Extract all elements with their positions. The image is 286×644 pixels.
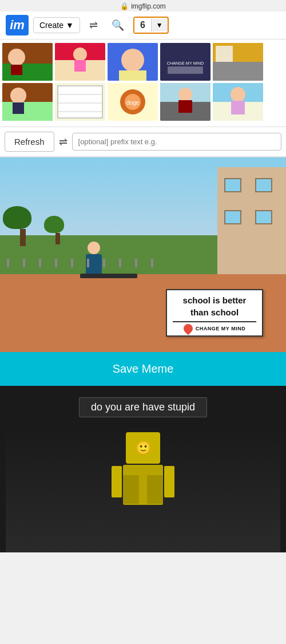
- roblox-figure-area: 🙂: [6, 426, 280, 552]
- roblox-leg-left: [123, 475, 139, 504]
- tree-left: [14, 206, 31, 246]
- prefix-input[interactable]: [72, 133, 281, 151]
- person-figure: [86, 242, 102, 274]
- change-my-mind-footer: CHANGE MY MIND: [173, 321, 256, 333]
- tree-trunk-mid: [55, 233, 60, 244]
- list-item[interactable]: [2, 43, 53, 81]
- roblox-leg-right: [147, 475, 163, 504]
- list-item[interactable]: [160, 83, 210, 121]
- fence: [0, 259, 286, 267]
- list-item[interactable]: [2, 83, 53, 121]
- fence-post: [119, 259, 121, 267]
- svg-rect-7: [74, 60, 86, 72]
- roblox-body: [123, 465, 163, 505]
- svg-rect-16: [216, 46, 233, 62]
- fence-post: [103, 259, 105, 267]
- tree-mid: [51, 216, 64, 244]
- roblox-arm-left: [112, 466, 122, 497]
- svg-point-36: [231, 87, 245, 102]
- create-button[interactable]: Create ▼: [33, 17, 80, 33]
- svg-rect-13: [168, 66, 203, 74]
- svg-rect-15: [213, 62, 263, 81]
- sign-text: school is better than school: [173, 295, 256, 318]
- tree-canopy-mid: [44, 216, 64, 233]
- notification-box[interactable]: 6 ▼: [133, 17, 169, 34]
- svg-point-2: [8, 49, 25, 66]
- fence-post: [151, 259, 153, 267]
- meme-sign: school is better than school CHANGE MY M…: [166, 289, 263, 337]
- svg-rect-1: [2, 64, 53, 81]
- building-window-2: [255, 178, 272, 192]
- svg-point-9: [121, 49, 144, 72]
- fence-post: [39, 259, 41, 267]
- svg-text:doge: doge: [126, 100, 140, 106]
- toolbar: Refresh ⇌: [0, 127, 286, 157]
- refresh-button[interactable]: Refresh: [5, 132, 54, 152]
- bottom-meme-text: do you are have stupid: [91, 401, 195, 413]
- svg-text:CHANGE MY MIND: CHANGE MY MIND: [167, 61, 204, 66]
- fence-post: [7, 259, 9, 267]
- create-label: Create: [39, 21, 63, 30]
- change-my-mind-text: CHANGE MY MIND: [196, 326, 245, 331]
- tree-trunk: [20, 229, 26, 246]
- logo-text: im: [10, 18, 25, 33]
- svg-rect-20: [13, 102, 24, 114]
- lock-icon: 🔒: [120, 2, 129, 10]
- roblox-figure: 🙂: [123, 432, 163, 505]
- svg-point-19: [10, 88, 26, 104]
- create-dropdown-arrow: ▼: [66, 21, 74, 30]
- meme-template-grid: CHANGE MY MIND: [0, 39, 286, 127]
- shuffle-nav-button[interactable]: ⇌: [85, 17, 102, 34]
- desk-top: [80, 274, 137, 278]
- meme-canvas: school is better than school CHANGE MY M…: [0, 157, 286, 352]
- meme-row-2: doge: [2, 83, 284, 121]
- shuffle-toolbar-button[interactable]: ⇌: [59, 136, 67, 148]
- list-item[interactable]: [213, 43, 263, 81]
- roblox-body-wrapper: [123, 464, 163, 505]
- svg-rect-22: [58, 86, 102, 118]
- notification-count: 6: [134, 18, 151, 33]
- list-item[interactable]: [108, 43, 158, 81]
- meme-row-1: CHANGE MY MIND: [2, 43, 284, 81]
- svg-rect-10: [119, 70, 146, 81]
- building-window-4: [255, 210, 272, 224]
- fence-post: [87, 259, 89, 267]
- svg-point-32: [178, 88, 192, 101]
- building-window-3: [224, 210, 241, 224]
- status-bar: 🔒 imgflip.com: [0, 0, 286, 11]
- desk: [80, 274, 137, 278]
- svg-rect-33: [178, 100, 192, 113]
- fence-post: [135, 259, 137, 267]
- url-text: imgflip.com: [131, 2, 166, 10]
- imgflip-logo[interactable]: im: [6, 15, 29, 35]
- person-head: [88, 242, 100, 254]
- list-item[interactable]: [213, 83, 263, 121]
- top-nav: im Create ▼ ⇌ 🔍 6 ▼: [0, 11, 286, 39]
- svg-rect-37: [231, 101, 245, 114]
- fence-post: [71, 259, 73, 267]
- list-item[interactable]: [55, 83, 105, 121]
- list-item[interactable]: [55, 43, 105, 81]
- save-meme-button[interactable]: Save Meme: [0, 352, 286, 386]
- building-window-1: [224, 178, 241, 192]
- list-item[interactable]: doge: [108, 83, 158, 121]
- svg-point-6: [73, 48, 87, 61]
- roblox-face: 🙂: [136, 442, 151, 455]
- roblox-arm-right: [164, 466, 174, 497]
- list-item[interactable]: CHANGE MY MIND: [160, 43, 210, 81]
- bottom-meme-section: do you are have stupid 🙂: [0, 386, 286, 552]
- roblox-head: 🙂: [126, 432, 160, 464]
- bottom-meme-text-bar: do you are have stupid: [79, 397, 207, 417]
- search-nav-button[interactable]: 🔍: [107, 17, 129, 34]
- notification-dropdown-arrow[interactable]: ▼: [151, 19, 168, 31]
- svg-rect-3: [11, 65, 22, 75]
- tree-canopy: [3, 206, 31, 229]
- change-my-mind-icon: [182, 322, 195, 335]
- fence-post: [23, 259, 25, 267]
- fence-post: [55, 259, 57, 267]
- svg-rect-18: [2, 102, 53, 121]
